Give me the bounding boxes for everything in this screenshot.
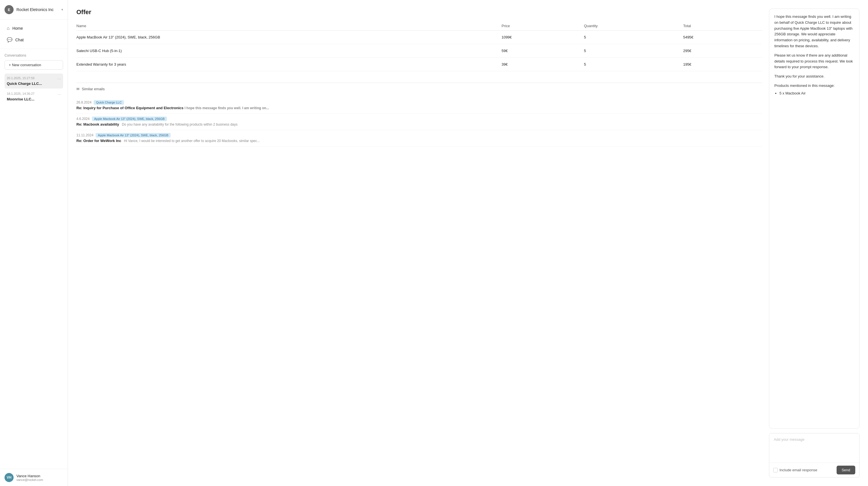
row-1-quantity: 5 — [581, 31, 680, 44]
email-meta-2: 4.6.2024 Apple Macbook Air 13" (2024), S… — [76, 117, 762, 121]
email-date-3: 11.11.2024 — [76, 133, 93, 137]
sidebar-header[interactable]: E Rocket Eletronics Inc ▾ — [0, 0, 68, 20]
conversations-label: Conversations — [4, 54, 63, 57]
email-subject-1: Re: Inquiry for Purchase of Office Equip… — [76, 106, 762, 110]
message-p3: Thank you for your assistance. — [774, 73, 854, 80]
home-icon: ⌂ — [7, 26, 10, 31]
row-2-price: 59€ — [498, 44, 581, 58]
email-tag-2: Apple Macbook Air 13" (2024), SWE, black… — [92, 117, 167, 121]
email-meta-3: 11.11.2024 Apple Macbook Air 13" (2024),… — [76, 133, 762, 138]
email-preview-1: I hope this message finds you well. I am… — [184, 106, 269, 110]
sidebar-item-home[interactable]: ⌂ Home — [2, 23, 65, 34]
row-3-quantity: 5 — [581, 58, 680, 71]
email-tag-3: Apple Macbook Air 13" (2024), SWE, black… — [96, 133, 170, 138]
chat-icon: 💬 — [7, 37, 12, 42]
row-2-name: Satechi USB-C Hub (5-in-1) — [76, 44, 498, 58]
email-preview-2: Do you have any availability for the fol… — [122, 122, 238, 126]
envelope-icon: ✉ — [76, 87, 80, 91]
include-email-checkbox[interactable] — [773, 468, 778, 473]
content-area: Offer Name Price Quantity Total Apple Ma… — [76, 8, 762, 478]
email-item-3[interactable]: 11.11.2024 Apple Macbook Air 13" (2024),… — [76, 130, 762, 147]
sidebar-item-home-label: Home — [12, 26, 23, 31]
row-2-total: 295€ — [680, 44, 762, 58]
products-label: Products mentioned in this message: — [774, 83, 854, 89]
product-item-1: 5 x Macbook Air — [779, 91, 854, 96]
sidebar-item-chat[interactable]: 💬 Chat — [2, 34, 65, 45]
conv-name-1: Quick Charge LLC... — [7, 82, 61, 86]
table-row: Apple MacBook Air 13" (2024), SWE, black… — [76, 31, 762, 44]
col-price: Price — [498, 22, 581, 31]
similar-emails-header: ✉ Similar emails — [76, 83, 762, 93]
sidebar: E Rocket Eletronics Inc ▾ ⌂ Home 💬 Chat … — [0, 0, 68, 486]
products-mentioned: Products mentioned in this message: 5 x … — [774, 83, 854, 96]
message-panel: I hope this message finds you well. I am… — [769, 8, 860, 478]
conversation-item-1[interactable]: 20.1.2025, 15:27:59 ··· Quick Charge LLC… — [4, 73, 63, 89]
user-name: Vance Hanson — [17, 474, 43, 478]
email-subject-2: Re: Macbook availability Do you have any… — [76, 122, 762, 126]
email-tag-1: Quick Charge LLC — [94, 100, 124, 105]
include-email-label[interactable]: Include email response — [773, 468, 834, 473]
row-1-total: 5495€ — [680, 31, 762, 44]
similar-emails-section: ✉ Similar emails 26.8.2024 Quick Charge … — [76, 83, 762, 147]
conversations-section: Conversations + New conversation 20.1.20… — [0, 49, 68, 469]
conversation-item-2[interactable]: 18.1.2025, 14:36:27 ··· Moonrise LLC... — [4, 89, 63, 104]
email-meta-1: 26.8.2024 Quick Charge LLC — [76, 100, 762, 105]
send-button[interactable]: Send — [837, 466, 855, 475]
message-footer: Include email response Send — [769, 462, 859, 477]
message-input-area: Include email response Send — [769, 433, 860, 478]
conv-name-2: Moonrise LLC... — [7, 97, 61, 101]
row-1-name: Apple MacBook Air 13" (2024), SWE, black… — [76, 31, 498, 44]
company-name: Rocket Eletronics Inc — [17, 7, 59, 12]
row-3-name: Extended Warranty for 3 years — [76, 58, 498, 71]
new-conversation-button[interactable]: + New conversation — [4, 60, 63, 69]
sidebar-item-chat-label: Chat — [15, 38, 24, 42]
col-name: Name — [76, 22, 498, 31]
user-avatar: VH — [4, 473, 13, 482]
email-item-2[interactable]: 4.6.2024 Apple Macbook Air 13" (2024), S… — [76, 114, 762, 130]
user-email: vance@rocket.com — [17, 478, 43, 482]
nav-items: ⌂ Home 💬 Chat — [0, 20, 68, 49]
message-p1: I hope this message finds you well. I am… — [774, 14, 854, 49]
table-row: Extended Warranty for 3 years 39€ 5 195€ — [76, 58, 762, 71]
email-subject-3: Re: Order for WeWork Inc Hi Vance, I wou… — [76, 139, 762, 143]
message-input[interactable] — [769, 433, 859, 462]
conv-more-icon-2[interactable]: ··· — [57, 92, 61, 96]
email-preview-3: Hi Vance, I would be interested to get a… — [124, 139, 260, 143]
email-item-1[interactable]: 26.8.2024 Quick Charge LLC Re: Inquiry f… — [76, 97, 762, 114]
offer-title: Offer — [76, 8, 762, 16]
main-inner: Offer Name Price Quantity Total Apple Ma… — [68, 0, 868, 486]
offer-table: Name Price Quantity Total Apple MacBook … — [76, 22, 762, 71]
email-date-1: 26.8.2024 — [76, 100, 91, 104]
chevron-down-icon: ▾ — [61, 8, 63, 11]
conv-date-2: 18.1.2025, 14:36:27 — [7, 92, 34, 96]
row-2-quantity: 5 — [581, 44, 680, 58]
row-3-price: 39€ — [498, 58, 581, 71]
user-info: Vance Hanson vance@rocket.com — [17, 474, 43, 482]
col-total: Total — [680, 22, 762, 31]
similar-emails-label: Similar emails — [82, 87, 105, 91]
sidebar-footer: VH Vance Hanson vance@rocket.com — [0, 469, 68, 486]
conv-more-icon-1[interactable]: ··· — [57, 77, 61, 81]
table-row: Satechi USB-C Hub (5-in-1) 59€ 5 295€ — [76, 44, 762, 58]
row-1-price: 1099€ — [498, 31, 581, 44]
main-content: Offer Name Price Quantity Total Apple Ma… — [68, 0, 868, 486]
message-p2: Please let us know if there are any addi… — [774, 53, 854, 70]
email-date-2: 4.6.2024 — [76, 117, 90, 121]
conv-date-1: 20.1.2025, 15:27:59 — [7, 77, 34, 81]
include-email-text: Include email response — [779, 468, 817, 472]
message-bubble: I hope this message finds you well. I am… — [769, 8, 860, 429]
company-avatar: E — [4, 5, 13, 14]
row-3-total: 195€ — [680, 58, 762, 71]
col-quantity: Quantity — [581, 22, 680, 31]
